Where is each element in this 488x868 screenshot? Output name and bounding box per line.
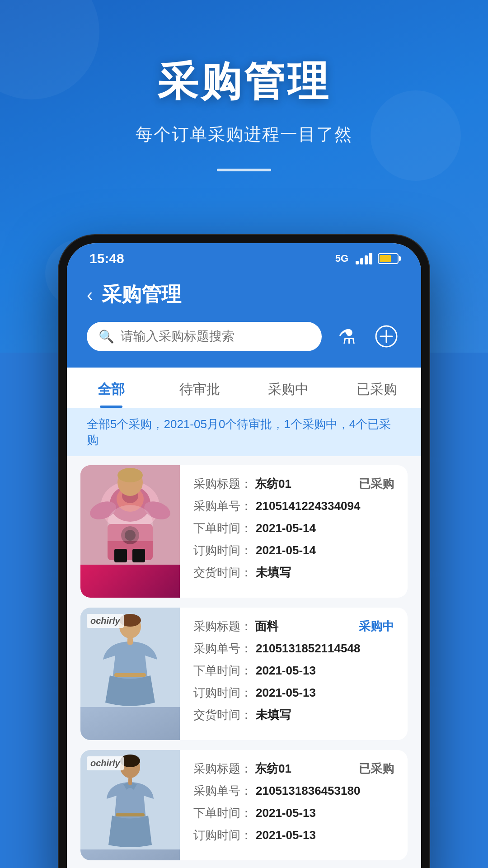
card-title-row-2: 采购标题： 面料 采购中: [193, 618, 394, 634]
status-time: 15:48: [89, 251, 124, 266]
tab-pending[interactable]: 待审批: [155, 368, 244, 408]
signal-bars-icon: [356, 253, 372, 264]
product-image-1: [80, 465, 180, 565]
svg-rect-14: [132, 549, 145, 562]
hero-title: 采购管理: [0, 54, 488, 109]
svg-rect-26: [128, 777, 132, 785]
tab-purchasing[interactable]: 采购中: [244, 368, 333, 408]
delivery-time-row-1: 交货时间： 未填写: [193, 565, 394, 580]
back-button[interactable]: ‹: [87, 286, 93, 304]
card-image-3: ochirly: [80, 750, 180, 860]
card-info-1: 采购标题： 东纺01 已采购 采购单号： 2105141224334094 下单…: [180, 465, 408, 598]
card-title-row-1: 采购标题： 东纺01 已采购: [193, 476, 394, 492]
table-row[interactable]: 采购标题： 东纺01 已采购 采购单号： 2105141224334094 下单…: [80, 465, 408, 598]
app-header-title: 采购管理: [102, 281, 181, 308]
svg-point-16: [117, 468, 143, 482]
svg-rect-21: [127, 637, 133, 645]
status-icons: 5G: [335, 253, 399, 264]
order-time-row-3: 下单时间： 2021-05-13: [193, 805, 394, 821]
status-badge-3: 已采购: [359, 761, 394, 777]
hero-section: 采购管理 每个订单采购进程一目了然: [0, 0, 488, 171]
summary-bar: 全部5个采购，2021-05月0个待审批，1个采购中，4个已采购: [67, 408, 421, 456]
card-image-1: [80, 465, 180, 598]
card-title-row-3: 采购标题： 东纺01 已采购: [193, 761, 394, 777]
search-bar[interactable]: 🔍: [87, 322, 322, 351]
search-input[interactable]: [121, 329, 310, 344]
brand-label-2: ochirly: [87, 614, 124, 628]
order-time-row-1: 下单时间： 2021-05-14: [193, 520, 394, 536]
search-area: 🔍 ⚗: [67, 321, 421, 368]
app-header: ‹ 采购管理: [67, 274, 421, 321]
card-info-2: 采购标题： 面料 采购中 采购单号： 2105131852114548 下单时间…: [180, 608, 408, 740]
add-icon: [375, 325, 398, 348]
filter-button[interactable]: ⚗: [332, 321, 361, 351]
tab-purchased[interactable]: 已采购: [333, 368, 421, 408]
table-row[interactable]: ochirly 采购标题： 东纺01 已采购 采购单号： 210513: [80, 750, 408, 860]
order-no-row-2: 采购单号： 2105131852114548: [193, 641, 394, 656]
svg-rect-25: [116, 813, 145, 816]
order-no-row-3: 采购单号： 2105131836453180: [193, 783, 394, 799]
hero-subtitle: 每个订单采购进程一目了然: [0, 123, 488, 146]
purchase-time-row-1: 订购时间： 2021-05-14: [193, 542, 394, 558]
delivery-time-row-2: 交货时间： 未填写: [193, 707, 394, 723]
filter-icon: ⚗: [338, 325, 356, 348]
svg-point-12: [125, 530, 136, 541]
status-badge-1: 已采购: [359, 476, 394, 492]
title-value-1: 东纺01: [255, 476, 291, 492]
card-image-2: ochirly: [80, 608, 180, 740]
battery-fill: [380, 255, 391, 262]
tab-all[interactable]: 全部: [67, 368, 155, 408]
table-row[interactable]: ochirly 采购标题： 面料 采购中 采购单号： 21051318: [80, 608, 408, 740]
battery-icon: [378, 253, 399, 264]
brand-label-3: ochirly: [87, 756, 124, 770]
purchase-time-row-3: 订购时间： 2021-05-13: [193, 827, 394, 843]
svg-point-11: [121, 526, 139, 544]
add-button[interactable]: [371, 321, 401, 351]
svg-rect-13: [114, 549, 127, 562]
phone-mockup: 15:48 5G ‹ 采购管理: [59, 235, 429, 868]
summary-text: 全部5个采购，2021-05月0个待审批，1个采购中，4个已采购: [87, 417, 391, 447]
tabs-bar: 全部 待审批 采购中 已采购: [67, 368, 421, 408]
phone-screen: 15:48 5G ‹ 采购管理: [67, 243, 421, 868]
phone-frame: 15:48 5G ‹ 采购管理: [59, 235, 429, 868]
order-no-row-1: 采购单号： 2105141224334094: [193, 498, 394, 514]
cards-list: 采购标题： 东纺01 已采购 采购单号： 2105141224334094 下单…: [67, 456, 421, 868]
search-icon: 🔍: [99, 329, 114, 344]
hero-divider: [217, 169, 271, 171]
title-label-1: 采购标题：: [193, 476, 252, 492]
status-bar: 15:48 5G: [67, 243, 421, 274]
purchase-time-row-2: 订购时间： 2021-05-13: [193, 685, 394, 701]
svg-rect-20: [114, 673, 146, 677]
signal-5g-icon: 5G: [335, 253, 348, 264]
order-time-row-2: 下单时间： 2021-05-13: [193, 663, 394, 679]
status-badge-2: 采购中: [359, 618, 394, 634]
card-info-3: 采购标题： 东纺01 已采购 采购单号： 2105131836453180 下单…: [180, 750, 408, 860]
